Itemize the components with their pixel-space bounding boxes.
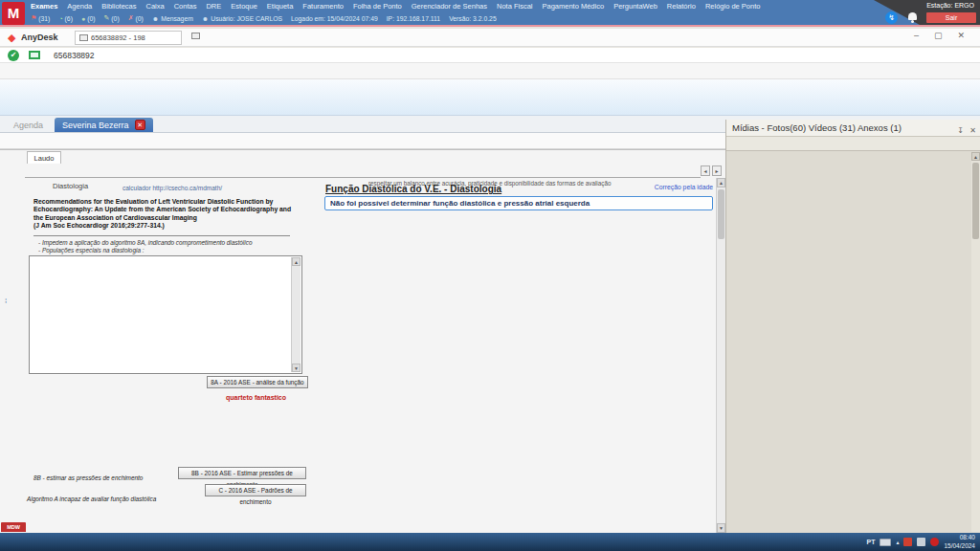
anydesk-session-tab-label: 656838892 - 198 <box>91 33 145 42</box>
top-menu-item-folha-de-ponto[interactable]: Folha de Ponto <box>353 2 402 11</box>
scroll-up-icon[interactable]: ▲ <box>971 152 980 161</box>
mdw-window-peek[interactable]: MDW <box>1 522 26 532</box>
status-item[interactable]: ◔(6) <box>58 15 73 22</box>
status-item[interactable]: Versão: 3.2.0.25 <box>449 15 497 22</box>
diastolic-result-alert: Não foi possível determinar função diast… <box>324 196 713 210</box>
special-populations-listbox[interactable]: ▲ ▼ <box>29 255 302 374</box>
status-item[interactable]: ☻Usuário: JOSE CARLOS <box>202 15 282 22</box>
tab-patient-active[interactable]: Severina Bezerra ✕ <box>55 118 153 132</box>
quarteto-label: quarteto fantastico <box>226 394 286 401</box>
windows-taskbar <box>0 533 980 551</box>
scroll-up-icon[interactable]: ▲ <box>292 257 301 266</box>
hidden-icons-caret[interactable]: ▴ <box>896 539 899 545</box>
session-id: 656838892 <box>54 51 95 60</box>
connected-check-icon: ✔ <box>8 50 19 61</box>
application-menubar <box>0 63 980 79</box>
keyboard-icon[interactable] <box>880 539 891 546</box>
status-row: ⚑(31)◔(6)●(0)✎(0)✗(0)☻Mensagem☻Usuário: … <box>31 14 497 22</box>
top-menu-item-nota-fiscal[interactable]: Nota Fiscal <box>497 2 533 11</box>
patient-name: Severina Bezerra <box>62 121 129 130</box>
minimize-button[interactable]: – <box>914 31 919 40</box>
form-title: Função Diastólica do V.E. - Diastologia <box>325 184 501 194</box>
scroll-up-icon[interactable]: ▲ <box>717 178 725 187</box>
algorithm-a-label: Algoritmo A incapaz de avaliar função di… <box>27 496 156 502</box>
laudo-subtab[interactable]: Laudo <box>27 151 61 164</box>
top-menu-item-relat-rio[interactable]: Relatório <box>667 2 696 11</box>
status-icon: ⚑ <box>31 14 36 22</box>
scroll-down-icon[interactable]: ▼ <box>292 364 301 372</box>
anydesk-logo-icon: ◆ <box>8 32 15 44</box>
scrollbar-thumb[interactable] <box>718 189 724 239</box>
splitter-handle[interactable]: ⁞ <box>5 297 6 305</box>
media-tabs <box>726 137 980 151</box>
status-item[interactable]: Logado em: 15/04/2024 07:49 <box>291 15 378 22</box>
algorithm-c-button[interactable]: C - 2016 ASE - Padrões de enchimento <box>205 484 306 496</box>
form-scrollbar[interactable]: ▲ ▼ <box>716 178 725 533</box>
maximize-button[interactable]: ▢ <box>934 31 943 40</box>
top-menu-item-gerenciador-de-senhas[interactable]: Gerenciador de Senhas <box>412 2 487 11</box>
top-menu-item-contas[interactable]: Contas <box>174 2 197 11</box>
status-item[interactable]: IP: 192.168.17.111 <box>387 15 440 22</box>
media-thumbnail-list: ▲ <box>726 151 980 533</box>
diastolic-function-form: Função Diastólica do V.E. - Diastologia … <box>323 178 719 533</box>
top-menu-item-faturamento[interactable]: Faturamento <box>302 2 344 11</box>
status-label: (0) <box>136 15 144 22</box>
top-menu-item-rel-gio-de-ponto[interactable]: Relógio de Ponto <box>705 2 761 11</box>
status-label: (6) <box>65 15 73 22</box>
top-menu-item-pagamento-m-dico[interactable]: Pagamento Médico <box>543 2 605 11</box>
scroll-down-icon[interactable]: ▼ <box>717 523 725 533</box>
status-icon: ✎ <box>103 14 109 22</box>
status-label: (0) <box>87 15 95 22</box>
top-menu-item-perguntaweb[interactable]: PerguntaWeb <box>613 2 657 11</box>
logout-button[interactable]: Sair <box>926 12 976 23</box>
top-menu-item-bibliotecas[interactable]: Bibliotecas <box>101 2 136 11</box>
top-menu-item-etiqueta[interactable]: Etiqueta <box>267 2 294 11</box>
listbox-scrollbar[interactable]: ▲ ▼ <box>291 257 301 372</box>
top-menu-item-dre[interactable]: DRE <box>206 2 221 11</box>
language-indicator[interactable]: PT <box>866 539 875 545</box>
session-row: ✔ 656838892 <box>0 48 980 63</box>
status-icon: ◔ <box>58 15 62 22</box>
messenger-icon[interactable]: ↯ <box>885 11 898 24</box>
notification-bell-icon[interactable] <box>908 12 917 20</box>
scrollbar-thumb[interactable] <box>972 163 979 239</box>
algorithm-8b-button[interactable]: 8B - 2016 ASE - Estimar pressões de ench… <box>178 467 306 479</box>
status-item[interactable]: ✗(0) <box>128 14 144 22</box>
age-correction-link[interactable]: Correção pela idade <box>655 184 713 190</box>
tray-app-icon[interactable] <box>930 538 939 546</box>
status-label: (0) <box>111 15 119 22</box>
new-session-icon[interactable] <box>191 33 200 39</box>
status-label: IP: 192.168.17.111 <box>387 15 440 22</box>
calculator-link[interactable]: calculador http://csecho.ca/mdmath/ <box>122 185 222 191</box>
ase-recommendations-text: Recommendations for the Evaluation of Le… <box>33 198 294 231</box>
top-menu-item-agenda[interactable]: Agenda <box>67 2 92 11</box>
status-label: Logado em: 15/04/2024 07:49 <box>291 15 378 22</box>
close-patient-tab-icon[interactable]: ✕ <box>135 120 145 130</box>
close-button[interactable]: ✕ <box>957 31 965 40</box>
divider <box>33 235 290 236</box>
anydesk-session-tab[interactable]: 656838892 - 198 <box>75 31 182 45</box>
app-logo[interactable]: M <box>2 2 25 25</box>
tray-monitor-icon[interactable] <box>917 538 925 546</box>
system-tray: PT ▴ 08:4015/04/2024 <box>866 533 978 551</box>
report-section-tabs <box>25 164 701 178</box>
top-menu-item-exames[interactable]: Exames <box>31 2 57 11</box>
top-menu-item-caixa[interactable]: Caixa <box>146 2 165 11</box>
status-item[interactable]: ●(0) <box>81 15 96 22</box>
status-item[interactable]: ✎(0) <box>103 14 119 22</box>
anydesk-titlebar: ◆ AnyDesk 656838892 - 198 – ▢ ✕ <box>0 29 980 47</box>
tray-flag-icon[interactable] <box>903 538 912 546</box>
top-menu: ExamesAgendaBibliotecasCaixaContasDREEst… <box>31 2 760 11</box>
top-menu-item-estoque[interactable]: Estoque <box>231 2 257 11</box>
algorithm-8a-button[interactable]: 8A - 2016 ASE - análise da função <box>207 376 308 388</box>
tab-agenda[interactable]: Agenda <box>2 119 55 132</box>
status-item[interactable]: ⚑(31) <box>31 14 50 22</box>
media-scrollbar[interactable]: ▲ <box>971 152 980 532</box>
tabs-scroll-left-icon[interactable]: ◂ <box>701 165 710 176</box>
main-toolbar <box>0 79 980 116</box>
station-label: Estação: ERGO <box>926 2 974 9</box>
status-item[interactable]: ☻Mensagem <box>152 15 193 22</box>
tabs-scroll-right-icon[interactable]: ▸ <box>712 165 722 176</box>
taskbar-clock[interactable]: 08:4015/04/2024 <box>944 534 978 550</box>
section-label: Diastologia <box>53 182 88 190</box>
